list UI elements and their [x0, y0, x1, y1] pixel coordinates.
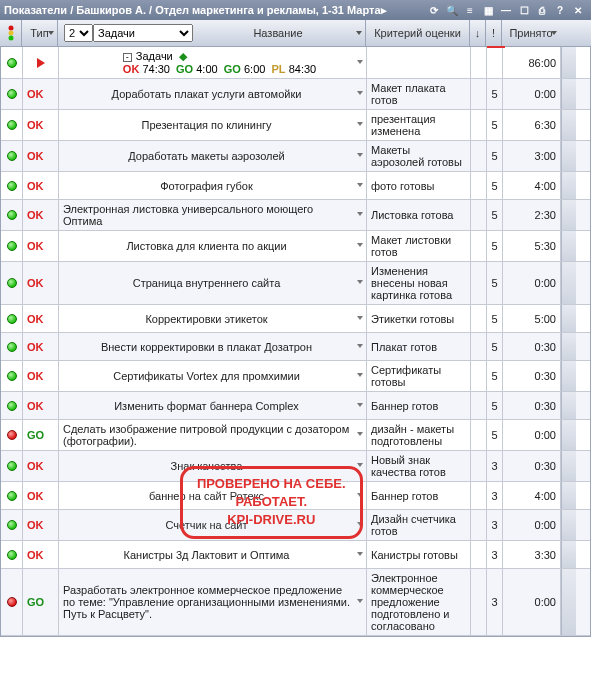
help-icon[interactable]: ? [553, 3, 567, 17]
name-cell[interactable]: Знак качества [59, 451, 367, 481]
name-cell[interactable]: Корректировки этикеток [59, 305, 367, 332]
chevron-down-icon[interactable] [357, 463, 363, 467]
scroll-cell[interactable] [561, 47, 576, 78]
name-cell[interactable]: Фотография губок [59, 172, 367, 199]
name-cell[interactable]: Канистры 3д Лактовит и Оптима [59, 541, 367, 568]
chevron-down-icon[interactable] [357, 183, 363, 187]
print-icon[interactable]: ⎙ [535, 3, 549, 17]
chevron-down-icon[interactable] [357, 122, 363, 126]
name-cell[interactable]: Страница внутреннего сайта [59, 262, 367, 304]
name-cell[interactable]: Сертификаты Vortex для промхимии [59, 361, 367, 391]
name-cell[interactable]: Изменить формат баннера Complex [59, 392, 367, 419]
sort-cell [471, 569, 487, 635]
chevron-down-icon[interactable] [357, 552, 363, 556]
scroll-cell[interactable] [561, 569, 576, 635]
criterion-cell: Листовка готова [367, 200, 471, 230]
scroll-cell[interactable] [561, 110, 576, 140]
table-row[interactable]: OKЛистовка для клиента по акцииМакет лис… [1, 231, 590, 262]
table-row[interactable]: OKСтраница внутреннего сайтаИзменения вн… [1, 262, 590, 305]
grid-icon[interactable]: ▦ [481, 3, 495, 17]
name-cell[interactable]: Внести корректировки в плакат Дозатрон [59, 333, 367, 360]
header-sort[interactable]: ↓ [470, 20, 486, 46]
name-cell[interactable]: Сделать изображение питровой продукции с… [59, 420, 367, 450]
refresh-icon[interactable]: ⟳ [427, 3, 441, 17]
table-row[interactable]: OKПрезентация по клинингупрезентация изм… [1, 110, 590, 141]
minimize-icon[interactable]: — [499, 3, 513, 17]
scroll-cell[interactable] [561, 392, 576, 419]
table-row[interactable]: OKЗнак качестваНовый знак качества готов… [1, 451, 590, 482]
scroll-cell[interactable] [561, 420, 576, 450]
scroll-cell[interactable] [561, 262, 576, 304]
chevron-down-icon[interactable] [357, 432, 363, 436]
table-row[interactable]: GOСделать изображение питровой продукции… [1, 420, 590, 451]
window-icon[interactable]: ☐ [517, 3, 531, 17]
name-cell[interactable]: Доработать макеты аэрозолей [59, 141, 367, 171]
collapse-icon[interactable]: - [123, 53, 132, 62]
header-name[interactable]: 2 Задачи Название [58, 20, 366, 46]
table-row[interactable]: GOРазработать электронное коммерческое п… [1, 569, 590, 636]
status-light [7, 181, 17, 191]
chevron-down-icon[interactable] [357, 280, 363, 284]
table-row[interactable]: OKВнести корректировки в плакат Дозатрон… [1, 333, 590, 361]
chevron-down-icon[interactable] [357, 522, 363, 526]
scroll-cell[interactable] [561, 305, 576, 332]
chevron-down-icon[interactable] [357, 212, 363, 216]
chevron-down-icon[interactable] [357, 403, 363, 407]
table-row[interactable]: OKбаннер на сайт РотексБаннер готов34:00 [1, 482, 590, 510]
scroll-cell[interactable] [561, 79, 576, 109]
table-row[interactable]: OKСчетчик на сайтДизайн счетчика готов30… [1, 510, 590, 541]
sort-cell [471, 200, 487, 230]
chevron-down-icon[interactable] [357, 60, 363, 64]
header-status[interactable] [0, 20, 22, 46]
table-row[interactable]: OKДоработать макеты аэрозолейМакеты аэро… [1, 141, 590, 172]
scroll-cell[interactable] [561, 333, 576, 360]
chevron-down-icon[interactable] [357, 153, 363, 157]
accepted-cell: 4:00 [503, 482, 561, 509]
table-row[interactable]: OKСертификаты Vortex для промхимииСертиф… [1, 361, 590, 392]
table-row[interactable]: OKКанистры 3д Лактовит и ОптимаКанистры … [1, 541, 590, 569]
priority-cell: 5 [487, 141, 503, 171]
summary-name[interactable]: -Задачи ◆OK 74:30 GO 4:00 GO 6:00 PL 84:… [59, 47, 367, 78]
header-criterion[interactable]: Критерий оценки [366, 20, 470, 46]
name-cell[interactable]: Презентация по клинингу [59, 110, 367, 140]
type-label: OK [27, 341, 44, 353]
close-icon[interactable]: ✕ [571, 3, 585, 17]
chevron-down-icon[interactable] [357, 344, 363, 348]
search-icon[interactable]: 🔍 [445, 3, 459, 17]
chevron-down-icon[interactable] [357, 599, 363, 603]
name-cell[interactable]: Счетчик на сайт [59, 510, 367, 540]
name-cell[interactable]: Доработать плакат услуги автомойки [59, 79, 367, 109]
scroll-cell[interactable] [561, 141, 576, 171]
table-row[interactable]: OKЭлектронная листовка универсального мо… [1, 200, 590, 231]
task-name: баннер на сайт Ротекс [149, 490, 276, 502]
name-cell[interactable]: баннер на сайт Ротекс [59, 482, 367, 509]
task-name: Презентация по клинингу [142, 119, 284, 131]
level-select[interactable]: 2 [64, 24, 93, 42]
name-cell[interactable]: Электронная листовка универсального моющ… [59, 200, 367, 230]
chevron-down-icon[interactable] [357, 243, 363, 247]
header-type[interactable]: Тип [22, 20, 58, 46]
chevron-down-icon[interactable] [357, 316, 363, 320]
scroll-cell[interactable] [561, 361, 576, 391]
scroll-cell[interactable] [561, 451, 576, 481]
name-cell[interactable]: Листовка для клиента по акции [59, 231, 367, 261]
table-row[interactable]: OKФотография губокфото готовы54:00 [1, 172, 590, 200]
scroll-cell[interactable] [561, 172, 576, 199]
table-row[interactable]: OKКорректировки этикетокЭтикетки готовы5… [1, 305, 590, 333]
header-priority[interactable]: ! [486, 20, 502, 46]
task-select[interactable]: Задачи [93, 24, 193, 42]
scroll-cell[interactable] [561, 200, 576, 230]
tree-icon[interactable]: ≡ [463, 3, 477, 17]
chevron-down-icon[interactable] [357, 91, 363, 95]
table-row[interactable]: OKДоработать плакат услуги автомойкиМаке… [1, 79, 590, 110]
chevron-down-icon[interactable] [357, 493, 363, 497]
type-cell: OK [23, 451, 59, 481]
table-row[interactable]: OKИзменить формат баннера ComplexБаннер … [1, 392, 590, 420]
scroll-cell[interactable] [561, 482, 576, 509]
scroll-cell[interactable] [561, 541, 576, 568]
chevron-down-icon[interactable] [357, 373, 363, 377]
name-cell[interactable]: Разработать электронное коммерческое пре… [59, 569, 367, 635]
scroll-cell[interactable] [561, 510, 576, 540]
scroll-cell[interactable] [561, 231, 576, 261]
header-accepted[interactable]: Принято [502, 20, 560, 46]
